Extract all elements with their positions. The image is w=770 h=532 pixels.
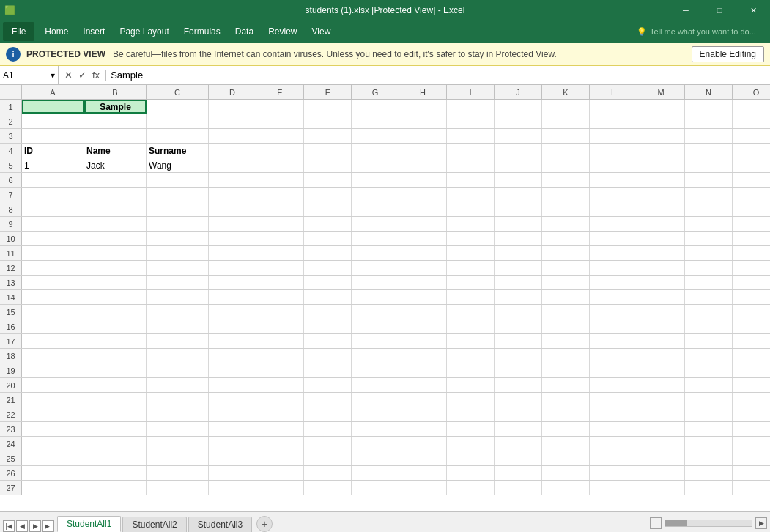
grid-cell[interactable] <box>147 334 209 348</box>
maximize-btn[interactable]: □ <box>703 0 736 21</box>
grid-cell[interactable] <box>84 217 147 231</box>
row-number[interactable]: 18 <box>0 349 22 363</box>
grid-cell[interactable] <box>733 451 770 465</box>
grid-cell[interactable] <box>637 422 685 436</box>
grid-cell[interactable] <box>590 129 637 143</box>
grid-cell[interactable] <box>147 290 209 304</box>
row-number[interactable]: 16 <box>0 319 22 333</box>
grid-cell[interactable] <box>685 290 733 304</box>
col-header-f[interactable]: F <box>304 85 352 99</box>
grid-cell[interactable] <box>304 173 352 187</box>
grid-cell[interactable] <box>147 232 209 245</box>
grid-cell[interactable] <box>542 276 590 289</box>
grid-cell[interactable] <box>733 173 770 187</box>
row-number[interactable]: 2 <box>0 114 22 128</box>
grid-cell[interactable] <box>590 202 637 216</box>
grid-cell[interactable] <box>590 334 637 348</box>
grid-cell[interactable] <box>733 144 770 158</box>
grid-cell[interactable] <box>256 202 304 216</box>
grid-cell[interactable] <box>542 437 590 451</box>
menu-home[interactable]: Home <box>37 22 75 41</box>
grid-cell[interactable] <box>209 144 256 158</box>
grid-cell[interactable] <box>84 393 147 407</box>
grid-cell[interactable] <box>590 246 637 260</box>
grid-cell[interactable] <box>447 202 495 216</box>
grid-cell[interactable] <box>84 437 147 451</box>
grid-cell[interactable] <box>542 349 590 363</box>
grid-cell[interactable] <box>637 290 685 304</box>
grid-cell[interactable] <box>304 451 352 465</box>
name-box-dropdown-icon[interactable]: ▾ <box>51 70 55 81</box>
grid-cell[interactable] <box>637 129 685 143</box>
grid-cell[interactable] <box>590 481 637 495</box>
row-number[interactable]: 10 <box>0 232 22 245</box>
grid-cell[interactable] <box>84 276 147 289</box>
grid-cell[interactable] <box>542 261 590 275</box>
grid-cell[interactable] <box>209 202 256 216</box>
grid-cell[interactable] <box>685 407 733 421</box>
grid-cell[interactable] <box>637 144 685 158</box>
col-header-i[interactable]: I <box>447 85 495 99</box>
grid-cell[interactable] <box>495 319 542 333</box>
grid-cell[interactable] <box>256 422 304 436</box>
grid-cell[interactable] <box>733 217 770 231</box>
menu-page-layout[interactable]: Page Layout <box>112 22 176 41</box>
grid-cell[interactable] <box>733 188 770 202</box>
grid-cell[interactable] <box>733 202 770 216</box>
grid-cell[interactable] <box>733 363 770 377</box>
grid-cell[interactable] <box>637 393 685 407</box>
grid-cell[interactable] <box>495 114 542 128</box>
grid-cell[interactable] <box>685 202 733 216</box>
grid-cell[interactable] <box>22 437 84 451</box>
grid-cell[interactable] <box>352 407 399 421</box>
grid-cell[interactable] <box>637 305 685 319</box>
grid-cell[interactable] <box>685 422 733 436</box>
grid-cell[interactable] <box>399 261 447 275</box>
grid-cell[interactable] <box>352 276 399 289</box>
tab-scrollbar[interactable] <box>665 520 752 527</box>
grid-cell[interactable] <box>147 217 209 231</box>
grid-cell[interactable] <box>209 217 256 231</box>
grid-cell[interactable] <box>22 393 84 407</box>
grid-cell[interactable] <box>733 334 770 348</box>
grid-cell[interactable] <box>447 158 495 172</box>
grid-cell[interactable] <box>685 437 733 451</box>
grid-cell[interactable] <box>209 466 256 480</box>
grid-cell[interactable] <box>352 290 399 304</box>
grid-cell[interactable] <box>209 349 256 363</box>
grid-cell[interactable] <box>399 188 447 202</box>
grid-cell[interactable] <box>637 363 685 377</box>
grid-cell[interactable] <box>733 407 770 421</box>
grid-cell[interactable] <box>495 349 542 363</box>
grid-cell[interactable] <box>352 305 399 319</box>
grid-cell[interactable] <box>399 114 447 128</box>
grid-cell[interactable] <box>352 246 399 260</box>
grid-cell[interactable] <box>84 378 147 392</box>
grid-cell[interactable] <box>495 188 542 202</box>
grid-cell[interactable] <box>352 100 399 114</box>
grid-cell[interactable] <box>733 466 770 480</box>
row-number[interactable]: 9 <box>0 217 22 231</box>
grid-cell[interactable] <box>147 481 209 495</box>
grid-cell[interactable] <box>256 217 304 231</box>
grid-cell[interactable] <box>590 407 637 421</box>
grid-cell[interactable] <box>590 100 637 114</box>
grid-cell[interactable] <box>590 349 637 363</box>
grid-cell[interactable] <box>209 158 256 172</box>
grid-cell[interactable] <box>256 319 304 333</box>
grid-cell[interactable] <box>637 407 685 421</box>
grid-cell[interactable] <box>399 378 447 392</box>
col-header-k[interactable]: K <box>542 85 590 99</box>
row-number[interactable]: 20 <box>0 378 22 392</box>
grid-cell[interactable] <box>637 188 685 202</box>
grid-cell[interactable] <box>352 393 399 407</box>
grid-cell[interactable] <box>495 217 542 231</box>
grid-cell[interactable] <box>637 334 685 348</box>
grid-cell[interactable] <box>84 363 147 377</box>
grid-cell[interactable] <box>590 188 637 202</box>
grid-cell[interactable] <box>147 437 209 451</box>
row-number[interactable]: 27 <box>0 481 22 495</box>
row-number[interactable]: 21 <box>0 393 22 407</box>
grid-cell[interactable] <box>209 378 256 392</box>
grid-cell[interactable] <box>685 129 733 143</box>
